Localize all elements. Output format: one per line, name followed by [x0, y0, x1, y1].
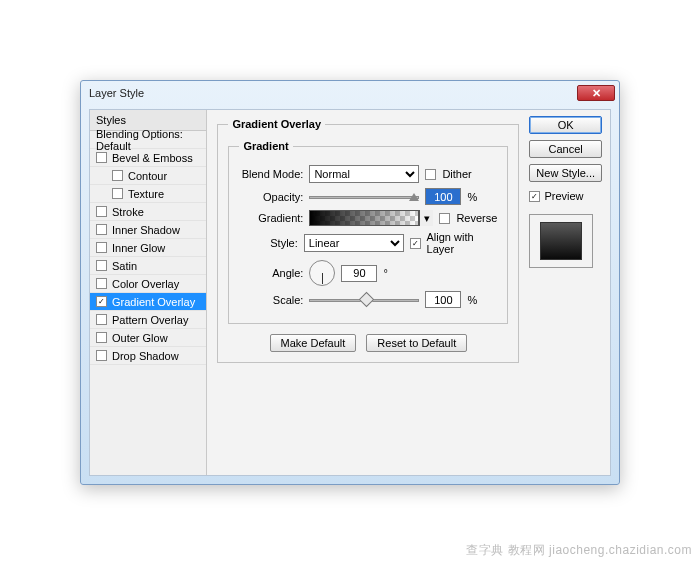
close-button[interactable]: ✕: [577, 85, 615, 101]
style-item-label: Inner Shadow: [112, 224, 180, 236]
new-style-button[interactable]: New Style...: [529, 164, 602, 182]
scale-slider[interactable]: [309, 293, 419, 307]
style-item-texture[interactable]: Texture: [90, 185, 206, 203]
style-item-inner-shadow[interactable]: Inner Shadow: [90, 221, 206, 239]
style-checkbox[interactable]: ✓: [96, 296, 107, 307]
style-checkbox[interactable]: [96, 242, 107, 253]
reset-default-button[interactable]: Reset to Default: [366, 334, 467, 352]
gradient-picker[interactable]: ▾: [309, 210, 433, 226]
style-item-label: Color Overlay: [112, 278, 179, 290]
blend-mode-select[interactable]: Normal: [309, 165, 419, 183]
dither-label: Dither: [442, 168, 471, 180]
style-select[interactable]: Linear: [304, 234, 405, 252]
style-item-stroke[interactable]: Stroke: [90, 203, 206, 221]
dither-checkbox[interactable]: [425, 169, 436, 180]
group-title: Gradient Overlay: [228, 118, 325, 130]
align-checkbox[interactable]: ✓: [410, 238, 420, 249]
style-item-label: Outer Glow: [112, 332, 168, 344]
style-checkbox[interactable]: [96, 332, 107, 343]
scale-input[interactable]: [425, 291, 461, 308]
style-item-blending-options-default[interactable]: Blending Options: Default: [90, 131, 206, 149]
dialog-title: Layer Style: [89, 87, 144, 99]
opacity-label: Opacity:: [239, 191, 303, 203]
style-item-label: Texture: [128, 188, 164, 200]
titlebar[interactable]: Layer Style ✕: [81, 81, 619, 105]
slider-thumb-icon[interactable]: [409, 188, 419, 201]
style-item-outer-glow[interactable]: Outer Glow: [90, 329, 206, 347]
slider-thumb-icon[interactable]: [359, 291, 375, 307]
style-item-satin[interactable]: Satin: [90, 257, 206, 275]
style-item-label: Bevel & Emboss: [112, 152, 193, 164]
style-checkbox[interactable]: [96, 260, 107, 271]
gradient-overlay-group: Gradient Overlay Gradient Blend Mode: No…: [217, 118, 519, 363]
layer-style-dialog: Layer Style ✕ Styles Blending Options: D…: [80, 80, 620, 485]
gradient-label: Gradient:: [239, 212, 303, 224]
style-item-label: Gradient Overlay: [112, 296, 195, 308]
style-item-drop-shadow[interactable]: Drop Shadow: [90, 347, 206, 365]
style-item-color-overlay[interactable]: Color Overlay: [90, 275, 206, 293]
preview-checkbox[interactable]: ✓: [529, 191, 540, 202]
style-checkbox[interactable]: [112, 170, 123, 181]
dialog-body: Styles Blending Options: DefaultBevel & …: [89, 109, 611, 476]
gradient-sub-title: Gradient: [239, 140, 292, 152]
right-panel: OK Cancel New Style... ✓ Preview: [529, 110, 610, 475]
scale-label: Scale:: [239, 294, 303, 306]
style-item-bevel-emboss[interactable]: Bevel & Emboss: [90, 149, 206, 167]
watermark: 查字典 教程网 jiaocheng.chazidian.com: [466, 542, 692, 559]
style-item-pattern-overlay[interactable]: Pattern Overlay: [90, 311, 206, 329]
ok-button[interactable]: OK: [529, 116, 602, 134]
close-icon: ✕: [592, 87, 601, 100]
style-checkbox[interactable]: [96, 350, 107, 361]
style-item-contour[interactable]: Contour: [90, 167, 206, 185]
cancel-button[interactable]: Cancel: [529, 140, 602, 158]
preview-swatch: [540, 222, 582, 260]
style-item-label: Pattern Overlay: [112, 314, 188, 326]
style-label: Style:: [239, 237, 297, 249]
blend-mode-label: Blend Mode:: [239, 168, 303, 180]
align-label: Align with Layer: [427, 231, 498, 255]
opacity-slider[interactable]: [309, 190, 419, 204]
style-item-gradient-overlay[interactable]: ✓Gradient Overlay: [90, 293, 206, 311]
style-item-label: Satin: [112, 260, 137, 272]
angle-dial[interactable]: [309, 260, 335, 286]
style-checkbox[interactable]: [96, 314, 107, 325]
style-checkbox[interactable]: [96, 224, 107, 235]
style-item-inner-glow[interactable]: Inner Glow: [90, 239, 206, 257]
angle-input[interactable]: [341, 265, 377, 282]
gradient-swatch[interactable]: [309, 210, 419, 226]
angle-unit: °: [383, 267, 387, 279]
reverse-checkbox[interactable]: [439, 213, 450, 224]
style-checkbox[interactable]: [96, 152, 107, 163]
opacity-unit: %: [467, 191, 477, 203]
style-checkbox[interactable]: [96, 278, 107, 289]
reverse-label: Reverse: [456, 212, 497, 224]
preview-label: Preview: [544, 190, 583, 202]
main-panel: Gradient Overlay Gradient Blend Mode: No…: [207, 110, 529, 475]
style-checkbox[interactable]: [96, 206, 107, 217]
style-item-label: Stroke: [112, 206, 144, 218]
style-item-label: Contour: [128, 170, 167, 182]
gradient-group: Gradient Blend Mode: Normal Dither Opaci…: [228, 140, 508, 324]
chevron-down-icon[interactable]: ▾: [419, 210, 433, 226]
style-item-label: Drop Shadow: [112, 350, 179, 362]
styles-sidebar: Styles Blending Options: DefaultBevel & …: [90, 110, 207, 475]
style-checkbox[interactable]: [112, 188, 123, 199]
scale-unit: %: [467, 294, 477, 306]
style-item-label: Blending Options: Default: [96, 128, 200, 152]
make-default-button[interactable]: Make Default: [270, 334, 357, 352]
preview-box: [529, 214, 593, 268]
style-item-label: Inner Glow: [112, 242, 165, 254]
opacity-input[interactable]: [425, 188, 461, 205]
angle-label: Angle:: [239, 267, 303, 279]
